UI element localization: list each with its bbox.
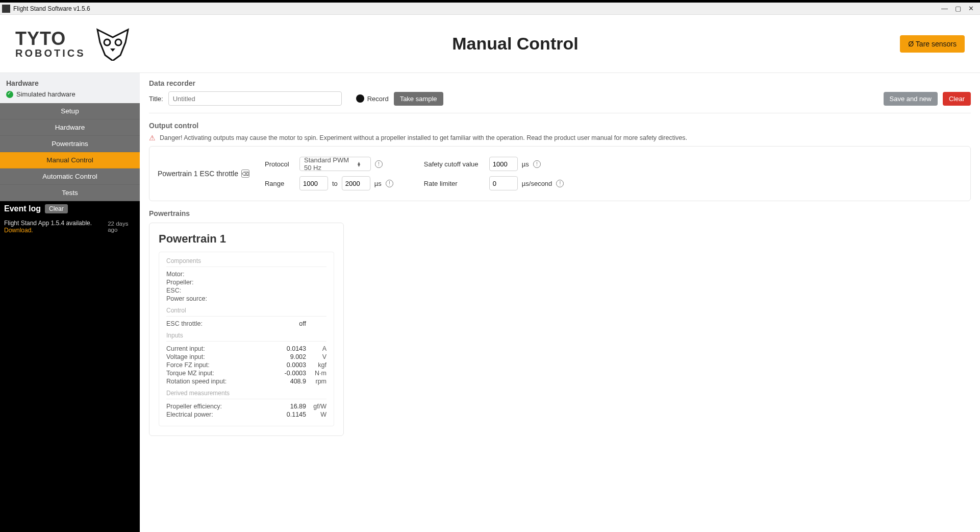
nav-powertrains[interactable]: Powertrains [0,136,140,152]
hardware-status-text: Simulated hardware [16,90,76,98]
record-control[interactable]: Record [356,94,389,103]
control-heading: Control [166,307,326,317]
event-log-header: Event log Clear [0,201,140,216]
hardware-heading: Hardware [6,79,134,87]
brand-sub: ROBOTICS [15,48,86,58]
record-label: Record [367,95,389,103]
rate-input[interactable] [489,176,518,190]
kv-value: -0.0003 [275,370,306,377]
kv-row: Rotation speed input:408.9rpm [166,377,326,385]
kv-unit: W [306,411,326,418]
info-icon[interactable]: ! [533,160,541,168]
nav-tests[interactable]: Tests [0,185,140,201]
kv-key: ESC: [166,287,275,294]
event-download-link[interactable]: Download. [4,227,33,234]
info-icon[interactable]: ! [556,180,564,187]
maximize-icon[interactable]: ▢ [955,5,961,12]
window-controls: — ▢ ✕ [941,5,974,12]
range-to-label: to [332,180,338,187]
kv-row: Torque MZ input:-0.0003N·m [166,369,326,377]
data-recorder-heading: Data recorder [149,79,971,87]
inputs-heading: Inputs [166,332,326,342]
nav-manual-control[interactable]: Manual Control [0,152,140,168]
nav-hardware[interactable]: Hardware [0,119,140,136]
svg-point-0 [104,39,110,45]
title-input[interactable] [168,91,342,106]
kv-unit: kgf [306,361,326,369]
kv-unit: A [306,345,326,352]
kv-value: 16.89 [275,403,306,410]
nav-setup[interactable]: Setup [0,103,140,119]
range-unit: µs [374,180,382,187]
take-sample-button[interactable]: Take sample [394,92,443,106]
cutoff-input[interactable] [489,157,518,171]
output-control-heading: Output control [149,122,971,130]
kv-row: Voltage input:9.002V [166,353,326,361]
kv-value: 0.1145 [275,411,306,418]
components-heading: Components [166,257,326,267]
record-icon [356,94,364,103]
kv-row: Electrical power:0.1145W [166,410,326,419]
sidebar: Hardware Simulated hardware Setup Hardwa… [0,73,140,532]
info-icon[interactable]: ! [375,160,383,168]
kv-key: Propeller: [166,279,275,286]
tare-sensors-button[interactable]: Ø Tare sensors [900,35,965,53]
protocol-select[interactable]: Standard PWM 50 Hz ▴▾ [299,157,371,171]
kv-unit: rpm [306,378,326,385]
event-log: Flight Stand App 1.5.4 available. Downlo… [0,216,140,532]
clear-button[interactable]: Clear [943,92,971,106]
kv-row: Propeller: [166,278,326,286]
kv-unit: gf/W [306,403,326,410]
kv-key: Motor: [166,271,275,278]
warning-row: ⚠ Danger! Activating outputs may cause t… [149,134,971,142]
rate-unit: µs/second [522,180,552,187]
hardware-block: Hardware Simulated hardware [0,73,140,103]
header: TYTO ROBOTICS Manual Control Ø Tare sens… [0,15,980,73]
save-and-new-button[interactable]: Save and new [884,92,938,106]
kv-row: Motor: [166,270,326,278]
kv-row: Propeller efficiency:16.89gf/W [166,402,326,410]
range-to-input[interactable] [342,176,370,190]
info-icon[interactable]: ! [386,180,393,187]
kv-row: ESC throttle:off [166,320,326,328]
range-from-input[interactable] [299,176,328,190]
kv-key: Electrical power: [166,411,275,418]
kv-value: 9.002 [275,353,306,360]
kv-value: off [275,320,306,327]
clear-throttle-icon[interactable]: ⌫ [241,170,249,178]
kv-key: ESC throttle: [166,320,275,327]
owl-icon [95,27,131,61]
app-icon [2,5,10,13]
kv-row: Power source: [166,295,326,303]
derived-heading: Derived measurements [166,390,326,399]
kv-row: Current input:0.0143A [166,345,326,353]
warning-text: Danger! Activating outputs may cause the… [160,134,687,141]
cutoff-unit: µs [522,160,529,168]
range-label: Range [265,180,295,187]
powertrain-card: Powertrain 1 ComponentsMotor:Propeller:E… [149,223,344,436]
main: Data recorder Title: Record Take sample … [140,73,980,532]
title-label: Title: [149,95,163,103]
kv-row: Force FZ input:0.0003kgf [166,361,326,369]
window-chrome: Flight Stand Software v1.5.6 — ▢ ✕ [0,3,980,15]
brand-name: TYTO [15,30,86,48]
cutoff-label: Safety cutoff value [424,160,485,168]
kv-key: Current input: [166,345,275,352]
powertrains-section: Powertrains Powertrain 1 ComponentsMotor… [140,203,980,456]
page-title: Manual Control [131,34,900,54]
event-log-clear-button[interactable]: Clear [45,204,68,213]
nav-automatic-control[interactable]: Automatic Control [0,168,140,185]
kv-key: Torque MZ input: [166,370,275,377]
kv-key: Power source: [166,295,275,302]
check-icon [6,91,13,98]
event-msg: Flight Stand App 1.5.4 available. [4,220,92,227]
minimize-icon[interactable]: — [941,5,948,12]
logo: TYTO ROBOTICS [15,27,131,61]
close-icon[interactable]: ✕ [968,5,974,12]
kv-key: Voltage input: [166,353,275,360]
hardware-status-row: Simulated hardware [6,90,134,98]
protocol-value: Standard PWM 50 Hz [304,156,358,172]
window-title: Flight Stand Software v1.5.6 [13,5,941,12]
event-time: 22 days ago [108,221,136,233]
warning-icon: ⚠ [149,134,156,142]
